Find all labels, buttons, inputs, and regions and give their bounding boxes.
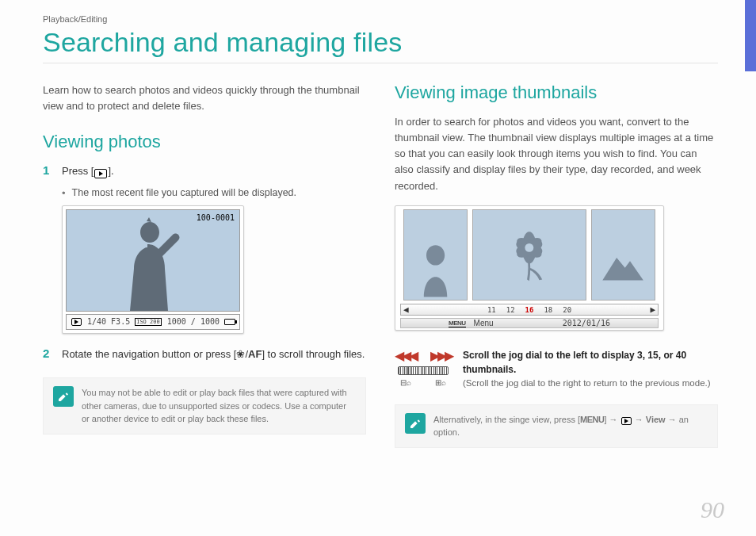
- strip-num: 20: [563, 306, 571, 314]
- note-icon: [405, 413, 426, 434]
- callout-view-word: View: [646, 415, 666, 424]
- arrow-right-icon: ▶▶▶: [430, 348, 452, 363]
- strip-num-active: 16: [525, 306, 534, 314]
- zoom-in-icon: ⊞⌕: [435, 378, 446, 387]
- thumbnail: [403, 209, 468, 301]
- playback-icon: [71, 318, 82, 326]
- heading-viewing-thumbnails: Viewing image thumbnails: [395, 82, 718, 103]
- intro-text: Learn how to search photos and videos qu…: [43, 82, 366, 114]
- callout-part-b: ] →: [604, 415, 620, 424]
- macro-icon: ❀: [236, 348, 245, 360]
- arrow-left-icon: ◀◀◀: [395, 348, 416, 363]
- left-column: Learn how to search photos and videos qu…: [43, 82, 366, 448]
- dial-icon: [398, 366, 449, 375]
- preview-info-bar: 1/40 F3.5 ISO 200 1000 / 1000: [66, 314, 240, 330]
- menu-label: Menu: [474, 319, 494, 327]
- step-1: 1 Press [].: [43, 163, 366, 179]
- right-column: Viewing image thumbnails In order to sea…: [395, 82, 718, 448]
- step1-text-a: Press [: [62, 165, 94, 177]
- jog-dial-icon: ◀◀◀ ▶▶▶ ⊟⌕ ⊞⌕: [395, 348, 452, 387]
- callout-part-a: Alternatively, in the singe view, press …: [433, 415, 580, 424]
- bullet-text: The most recent file you captured will b…: [72, 187, 296, 199]
- date-label: 2012/01/16: [563, 319, 610, 327]
- jog-text: Scroll the jog dial to the left to displ…: [463, 348, 718, 390]
- thumbnail-bottom-bar: MENU Menu 2012/01/16: [400, 318, 659, 328]
- side-tab: [745, 0, 756, 71]
- horizontal-rule: [43, 63, 718, 63]
- note-callout: Alternatively, in the singe view, press …: [395, 404, 718, 448]
- camera-preview-single: 100-0001 1/40 F3.5 ISO 200 1000 / 1000: [62, 205, 244, 334]
- person-silhouette-icon: [106, 216, 193, 311]
- preview-photo: 100-0001: [66, 209, 240, 312]
- playback-icon: [621, 417, 632, 425]
- chevron-left-icon[interactable]: ◀: [403, 304, 409, 315]
- callout-text: Alternatively, in the singe view, press …: [433, 413, 708, 439]
- strip-num: 12: [506, 306, 515, 314]
- step-number: 2: [43, 346, 54, 362]
- date-strip: ◀ 11 12 16 18 20 ▶: [400, 304, 659, 316]
- thumbnail-center: [472, 209, 586, 301]
- jog-dial-instruction: ◀◀◀ ▶▶▶ ⊟⌕ ⊞⌕ Scroll the jog dial to the…: [395, 348, 718, 390]
- shutter-value: 1/40: [87, 317, 106, 326]
- jog-sub-text: (Scroll the jog dial to the right to ret…: [463, 377, 718, 390]
- battery-icon: [224, 319, 235, 325]
- breadcrumb: Playback/Editing: [43, 14, 718, 24]
- menu-word-icon: MENU: [580, 415, 604, 424]
- step2-text-b: ] to scroll through files.: [262, 348, 365, 360]
- note-icon: [53, 386, 74, 407]
- svg-point-5: [525, 243, 534, 252]
- zoom-icons: ⊟⌕ ⊞⌕: [400, 378, 446, 387]
- playback-icon: [94, 169, 107, 178]
- iso-value: ISO 200: [135, 318, 162, 326]
- jog-bold-text: Scroll the jog dial to the left to displ…: [463, 348, 718, 377]
- aperture-value: F3.5: [111, 317, 130, 326]
- step2-text-a: Rotate the navigation button or press [: [62, 348, 236, 360]
- heading-viewing-photos: Viewing photos: [43, 132, 366, 152]
- step-body: Rotate the navigation button or press [❀…: [62, 346, 365, 362]
- note-callout: You may not be able to edit or play back…: [43, 377, 366, 435]
- counter-value: 1000 / 1000: [167, 317, 220, 326]
- step-2: 2 Rotate the navigation button or press …: [43, 346, 366, 362]
- page-title: Searching and managing files: [43, 27, 718, 58]
- strip-num: 11: [487, 306, 496, 314]
- strip-num: 18: [544, 306, 552, 314]
- chevron-right-icon[interactable]: ▶: [650, 304, 655, 315]
- camera-preview-thumbnails: ◀ 11 12 16 18 20 ▶ MENU Menu 2012/01/16: [395, 205, 664, 331]
- step1-text-b: ].: [108, 165, 113, 177]
- thumbnail-row: [399, 209, 660, 301]
- step1-bullet: The most recent file you captured will b…: [62, 187, 366, 199]
- step-number: 1: [43, 163, 54, 179]
- file-number-label: 100-0001: [197, 213, 235, 222]
- date-numbers: 11 12 16 18 20: [487, 306, 571, 314]
- step-body: Press [].: [62, 163, 114, 179]
- af-icon: AF: [248, 348, 262, 360]
- menu-icon: MENU: [449, 320, 466, 327]
- zoom-out-icon: ⊟⌕: [400, 378, 411, 387]
- thumbnails-intro: In order to search for photos and videos…: [395, 114, 718, 194]
- page-number: 90: [701, 496, 724, 523]
- callout-part-c: →: [632, 415, 646, 424]
- callout-text: You may not be able to edit or play back…: [82, 386, 356, 426]
- thumbnail: [591, 209, 655, 301]
